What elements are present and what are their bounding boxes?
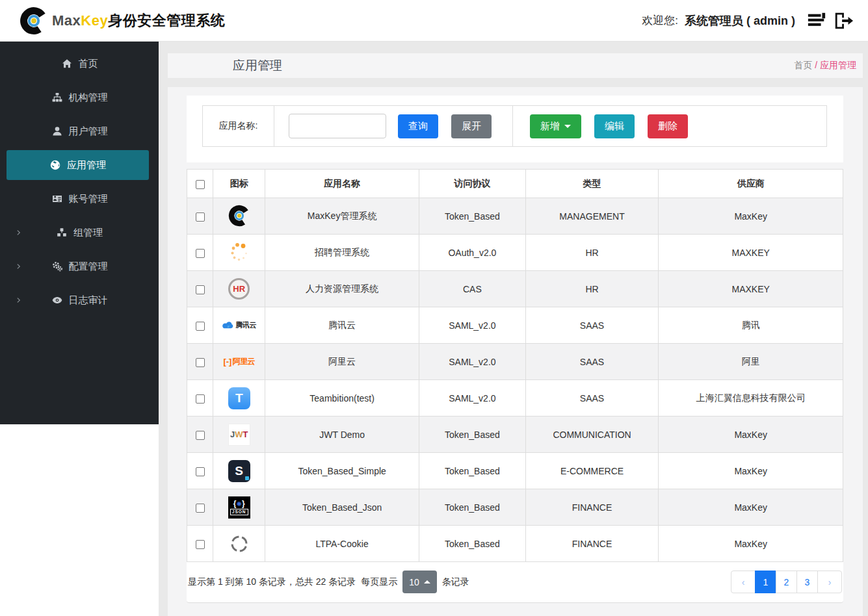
ltpa-circle-icon bbox=[228, 532, 250, 556]
chevron-right-icon bbox=[16, 297, 23, 304]
sidebar-item-label: 账号管理 bbox=[69, 193, 108, 205]
brand: MaxKey身份安全管理系统 bbox=[20, 6, 225, 35]
vendor-cell: 腾讯 bbox=[659, 307, 843, 344]
logout-icon[interactable] bbox=[833, 11, 854, 31]
protocol-cell: SAML_v2.0 bbox=[419, 307, 525, 344]
page-title: 应用管理 bbox=[233, 57, 282, 74]
caret-down-icon bbox=[564, 125, 571, 128]
table-row[interactable]: JWTJWT DemoToken_BasedCOMMUNICATIONMaxKe… bbox=[187, 417, 843, 453]
table-row[interactable]: SToken_Based_SimpleToken_BasedE-COMMERCE… bbox=[187, 453, 843, 489]
globe-icon bbox=[49, 160, 61, 170]
page-size-dropdown[interactable]: 10 bbox=[402, 571, 437, 593]
page-header: 应用管理 首页 / 应用管理 bbox=[168, 53, 863, 78]
expand-button[interactable]: 展开 bbox=[451, 114, 492, 138]
protocol-cell: Token_Based bbox=[419, 526, 525, 562]
sidebar-item-label: 机构管理 bbox=[69, 92, 108, 104]
list-icon[interactable] bbox=[807, 11, 826, 31]
page-button-1[interactable]: 1 bbox=[755, 571, 776, 593]
query-button[interactable]: 查询 bbox=[398, 114, 438, 138]
sidebar-item-config[interactable]: 配置管理 bbox=[0, 250, 159, 283]
sidebar-item-label: 首页 bbox=[79, 58, 98, 70]
sidebar-item-accounts[interactable]: 账号管理 bbox=[0, 182, 159, 216]
app-icon-cell bbox=[213, 526, 265, 562]
vendor-cell: MaxKey bbox=[659, 198, 843, 235]
search-form: 应用名称: 查询 展开 新增 编辑 bbox=[202, 105, 827, 147]
sidebar-item-groups[interactable]: 组管理 bbox=[0, 216, 159, 250]
sidebar-item-logs[interactable]: 日志审计 bbox=[0, 283, 159, 317]
table-row[interactable]: LTPA-CookieToken_BasedFINANCEMaxKey bbox=[187, 526, 843, 562]
sidebar-item-apps[interactable]: 应用管理 bbox=[7, 150, 149, 180]
vendor-cell: 阿里 bbox=[659, 344, 843, 380]
sidebar-item-users[interactable]: 用户管理 bbox=[0, 114, 159, 148]
app-name-cell: 阿里云 bbox=[265, 344, 419, 380]
content-panel: 应用名称: 查询 展开 新增 编辑 bbox=[168, 87, 863, 616]
page-button-2[interactable]: 2 bbox=[776, 571, 797, 593]
row-checkbox[interactable] bbox=[196, 540, 205, 549]
welcome-label: 欢迎您: bbox=[642, 13, 678, 28]
app-name-cell: 腾讯云 bbox=[265, 307, 419, 344]
sidebar-item-label: 配置管理 bbox=[69, 261, 108, 273]
row-select-cell bbox=[187, 344, 213, 380]
table-row[interactable]: TTeambition(test)SAML_v2.0SAAS上海汇翼信息科技有限… bbox=[187, 380, 843, 417]
vendor-cell: MaxKey bbox=[659, 453, 843, 489]
pagination-summary: 显示第 1 到第 10 条记录，总共 22 条记录 每页显示 10 条记录 bbox=[188, 571, 469, 593]
breadcrumb-current: 应用管理 bbox=[820, 60, 856, 70]
row-select-cell bbox=[187, 380, 213, 417]
next-page-button[interactable]: › bbox=[817, 571, 842, 593]
vendor-cell: MaxKey bbox=[659, 417, 843, 453]
protocol-cell: Token_Based bbox=[419, 417, 525, 453]
gears-icon bbox=[51, 261, 63, 272]
protocol-cell: OAuth_v2.0 bbox=[419, 235, 525, 271]
json-icon: {✺}JSON bbox=[228, 496, 250, 519]
row-checkbox[interactable] bbox=[196, 467, 205, 476]
table-row[interactable]: {✺}JSONToken_Based_JsonToken_BasedFINANC… bbox=[187, 489, 843, 526]
type-cell: SAAS bbox=[525, 344, 659, 380]
row-select-cell bbox=[187, 489, 213, 526]
row-checkbox[interactable] bbox=[196, 394, 205, 404]
add-button[interactable]: 新增 bbox=[530, 114, 581, 138]
search-form-card: 应用名称: 查询 展开 新增 编辑 bbox=[187, 96, 843, 162]
app-name-input[interactable] bbox=[289, 114, 386, 138]
app-icon-cell: [-]阿里云 bbox=[213, 344, 265, 380]
table-row[interactable]: 腾讯云腾讯云SAML_v2.0SAAS腾讯 bbox=[187, 307, 843, 344]
page-button-3[interactable]: 3 bbox=[796, 571, 818, 593]
app-icon-cell bbox=[213, 198, 265, 235]
row-checkbox[interactable] bbox=[196, 285, 205, 294]
row-checkbox[interactable] bbox=[196, 431, 205, 440]
app-name-cell: Teambition(test) bbox=[265, 380, 419, 417]
row-checkbox[interactable] bbox=[196, 212, 205, 222]
records-summary: 显示第 1 到第 10 条记录，总共 22 条记录 bbox=[188, 576, 356, 588]
row-select-cell bbox=[187, 235, 213, 271]
row-checkbox[interactable] bbox=[196, 322, 205, 331]
protocol-cell: SAML_v2.0 bbox=[419, 344, 525, 380]
protocol-cell: Token_Based bbox=[419, 453, 525, 489]
app-name-cell: 招聘管理系统 bbox=[265, 235, 419, 271]
table-row[interactable]: 招聘管理系统OAuth_v2.0HRMAXKEY bbox=[187, 235, 843, 271]
sidebar-column: 首页机构管理用户管理应用管理账号管理组管理配置管理日志审计 bbox=[0, 42, 159, 616]
row-checkbox[interactable] bbox=[196, 504, 205, 513]
edit-button[interactable]: 编辑 bbox=[594, 114, 635, 138]
sidebar-item-org[interactable]: 机构管理 bbox=[0, 81, 159, 114]
table-row[interactable]: HR人力资源管理系统CASHRMAXKEY bbox=[187, 271, 843, 307]
row-checkbox[interactable] bbox=[196, 358, 205, 367]
breadcrumb-home-link[interactable]: 首页 bbox=[794, 60, 812, 70]
sidebar-item-home[interactable]: 首页 bbox=[0, 47, 159, 81]
eye-icon bbox=[51, 295, 63, 305]
table-row[interactable]: [-]阿里云阿里云SAML_v2.0SAAS阿里 bbox=[187, 344, 843, 380]
vendor-cell: MAXKEY bbox=[659, 271, 843, 307]
select-all-checkbox[interactable] bbox=[196, 180, 205, 189]
main-content: 应用管理 首页 / 应用管理 应用名称: 查询 展开 bbox=[159, 42, 868, 616]
id-card-icon bbox=[51, 194, 63, 204]
delete-button[interactable]: 删除 bbox=[648, 114, 688, 138]
hr-logo-icon: HR bbox=[228, 277, 250, 301]
sidebar-item-label: 用户管理 bbox=[69, 125, 108, 138]
pagination-bar: 显示第 1 到第 10 条记录，总共 22 条记录 每页显示 10 条记录 ‹1… bbox=[187, 562, 843, 597]
app-name-cell: Token_Based_Simple bbox=[265, 453, 419, 489]
app-name-cell: MaxKey管理系统 bbox=[265, 198, 419, 235]
user-icon bbox=[51, 126, 63, 136]
row-checkbox[interactable] bbox=[196, 249, 205, 258]
prev-page-button[interactable]: ‹ bbox=[731, 571, 756, 593]
app-icon-cell: JWT bbox=[213, 417, 265, 453]
maxkey-logo-icon bbox=[20, 6, 48, 35]
table-row[interactable]: MaxKey管理系统Token_BasedMANAGEMENTMaxKey bbox=[187, 198, 843, 235]
